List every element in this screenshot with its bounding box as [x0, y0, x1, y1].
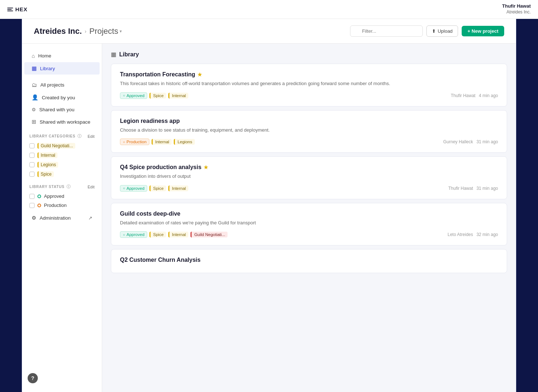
all-projects-icon: 🗂 — [32, 82, 37, 88]
category-spice[interactable]: Spice — [22, 169, 102, 179]
status-approved-checkbox[interactable] — [29, 194, 35, 199]
category-internal[interactable]: Internal — [22, 151, 102, 160]
logo-text: HEX — [15, 6, 28, 12]
status-section-label: LIBRARY STATUS ⓘ Edit — [22, 179, 102, 192]
sidebar-item-shared-with-workspace[interactable]: ⊞ Shared with workspace — [24, 116, 100, 128]
card-tag: Spice — [149, 185, 166, 191]
card-tag: Internal — [168, 185, 188, 191]
admin-external-link-icon: ↗ — [88, 215, 92, 221]
sidebar: ⌂ Home ▦ Library 🗂 All projects 👤 Create… — [22, 44, 102, 392]
sidebar-home-label: Home — [38, 53, 51, 59]
breadcrumb-separator: › — [85, 28, 87, 34]
category-guild-checkbox[interactable] — [29, 143, 35, 148]
card-tag: Approved — [120, 231, 147, 238]
card-tag: Legions — [174, 139, 194, 145]
sidebar-item-administration[interactable]: ⚙ Administration ↗ — [24, 212, 100, 224]
card-tag: Spice — [149, 232, 166, 237]
card-time: 31 min ago — [477, 186, 498, 191]
upload-icon: ⬆ — [432, 28, 436, 34]
section-name[interactable]: Projects ▾ — [89, 27, 122, 36]
sidebar-item-all-projects[interactable]: 🗂 All projects — [24, 79, 100, 91]
card-meta: Thufir Hawat 31 min ago — [446, 186, 498, 191]
card-meta: Thufir Hawat 4 min ago — [449, 93, 498, 98]
card-tag: Production — [120, 139, 149, 145]
sidebar-created-by-you-label: Created by you — [42, 95, 75, 100]
status-production[interactable]: Production — [22, 201, 102, 210]
sidebar-all-projects-label: All projects — [40, 82, 64, 88]
card-tag: Internal — [168, 93, 188, 99]
card-time: 4 min ago — [479, 93, 498, 98]
status-edit-link[interactable]: Edit — [88, 185, 95, 189]
project-card[interactable]: Q4 Spice production analysis ★ Investiga… — [111, 156, 507, 199]
category-legions[interactable]: Legions — [22, 160, 102, 169]
sidebar-item-shared-with-you[interactable]: ⚙ Shared with you — [24, 104, 100, 115]
card-title: Legion readiness app — [120, 118, 498, 124]
card-author: Leto Atreides — [447, 232, 473, 237]
breadcrumb: Atreides Inc. › Projects ▾ — [34, 27, 122, 36]
new-project-button[interactable]: + New project — [462, 26, 504, 36]
library-header-icon: ▦ — [111, 51, 116, 58]
sidebar-shared-workspace-label: Shared with workspace — [40, 119, 91, 125]
card-tag: Approved — [120, 92, 147, 99]
sidebar-library-label: Library — [40, 66, 55, 71]
card-title: Q4 Spice production analysis ★ — [120, 164, 498, 171]
category-legions-tag: Legions — [37, 162, 58, 168]
card-meta: Gurney Halleck 31 min ago — [441, 139, 498, 144]
help-button[interactable]: ? — [28, 373, 38, 383]
category-guild[interactable]: Guild Negotiati... — [22, 141, 102, 151]
project-card[interactable]: Q2 Customer Churn Analysis — [111, 249, 507, 273]
sidebar-item-library[interactable]: ▦ Library — [24, 62, 100, 75]
library-icon: ▦ — [32, 65, 37, 72]
category-internal-checkbox[interactable] — [29, 153, 35, 158]
admin-icon: ⚙ — [32, 215, 36, 221]
sidebar-item-home[interactable]: ⌂ Home — [24, 50, 100, 62]
card-title: Q2 Customer Churn Analysis — [120, 257, 498, 263]
project-card[interactable]: Transportation Forecasting ★ This foreca… — [111, 64, 507, 107]
filter-input[interactable] — [350, 25, 423, 37]
status-info-icon[interactable]: ⓘ — [67, 184, 71, 189]
upload-button[interactable]: ⬆ Upload — [426, 25, 458, 37]
status-production-checkbox[interactable] — [29, 203, 35, 208]
category-legions-checkbox[interactable] — [29, 162, 35, 167]
hex-logo[interactable]: HEX — [7, 6, 28, 12]
project-card[interactable]: Legion readiness app Choose a division t… — [111, 110, 507, 153]
card-description: Detailed examination of rates we're payi… — [120, 219, 498, 227]
status-approved[interactable]: Approved — [22, 192, 102, 201]
card-time: 32 min ago — [477, 232, 498, 237]
sidebar-item-created-by-you[interactable]: 👤 Created by you — [24, 91, 100, 104]
category-spice-checkbox[interactable] — [29, 172, 35, 177]
card-footer: ApprovedSpiceInternal Thufir Hawat 4 min… — [120, 92, 498, 99]
topbar: HEX Thufir Hawat Atreides Inc. — [0, 0, 538, 19]
admin-left: ⚙ Administration — [32, 215, 71, 221]
created-by-you-icon: 👤 — [32, 94, 39, 101]
card-author: Thufir Hawat — [451, 93, 475, 98]
user-info: Thufir Hawat Atreides Inc. — [502, 3, 531, 15]
user-org: Atreides Inc. — [502, 9, 531, 15]
main-wrapper: Atreides Inc. › Projects ▾ 🔍 ⬆ Upload + … — [22, 19, 516, 392]
shared-workspace-icon: ⊞ — [32, 119, 36, 125]
filter-wrapper: 🔍 — [350, 25, 423, 37]
card-tag: Internal — [168, 232, 188, 237]
card-meta: Leto Atreides 32 min ago — [445, 232, 498, 237]
production-dot — [37, 204, 41, 207]
card-footer: ProductionInternalLegions Gurney Halleck… — [120, 139, 498, 145]
project-card[interactable]: Guild costs deep-dive Detailed examinati… — [111, 203, 507, 246]
card-author: Gurney Halleck — [443, 139, 473, 144]
category-guild-tag: Guild Negotiati... — [37, 143, 75, 149]
card-title: Transportation Forecasting ★ — [120, 71, 498, 78]
card-tags: ApprovedSpiceInternalGuild Negotiati... — [120, 231, 228, 238]
star-icon: ★ — [197, 72, 202, 77]
category-spice-tag: Spice — [37, 171, 54, 177]
star-icon: ★ — [204, 164, 208, 170]
card-author: Thufir Hawat — [448, 186, 473, 191]
card-footer: ApprovedSpiceInternal Thufir Hawat 31 mi… — [120, 185, 498, 192]
breadcrumb-bar: Atreides Inc. › Projects ▾ 🔍 ⬆ Upload + … — [22, 19, 516, 44]
breadcrumb-actions: 🔍 ⬆ Upload + New project — [350, 25, 504, 37]
card-tag: Guild Negotiati... — [190, 232, 228, 237]
card-footer: ApprovedSpiceInternalGuild Negotiati... … — [120, 231, 498, 238]
card-description: This forecast takes in historic off-worl… — [120, 80, 498, 87]
workspace-name[interactable]: Atreides Inc. — [34, 27, 82, 36]
card-tags: ApprovedSpiceInternal — [120, 92, 188, 99]
categories-edit-link[interactable]: Edit — [88, 134, 95, 139]
categories-info-icon[interactable]: ⓘ — [77, 133, 82, 139]
